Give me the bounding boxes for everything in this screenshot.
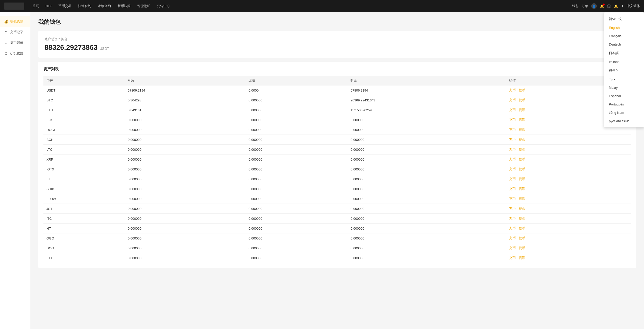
cell-coin-3: EOS bbox=[43, 115, 125, 125]
nav-trade[interactable]: 钱包 bbox=[572, 4, 579, 8]
lang-option-de[interactable]: Deutsch bbox=[604, 40, 644, 49]
deposit-btn-0[interactable]: 充币 bbox=[509, 88, 516, 92]
cell-action-14: 充币 提币 bbox=[506, 224, 631, 233]
summary-amount: 88326.29273863 USDT bbox=[44, 43, 630, 52]
summary-card: 账户总资产折合 88326.29273863 USDT bbox=[38, 31, 636, 58]
deposit-btn-10[interactable]: 充币 bbox=[509, 187, 516, 191]
sidebar-item-deposit-record[interactable]: ⊙ 充币记录 bbox=[0, 27, 30, 37]
withdraw-btn-1[interactable]: 提币 bbox=[519, 98, 525, 102]
nav-item-mining[interactable]: 智能挖矿 bbox=[134, 2, 153, 10]
withdraw-btn-0[interactable]: 提币 bbox=[519, 88, 525, 92]
cell-frozen-7: 0.000000 bbox=[245, 155, 348, 164]
withdraw-btn-16[interactable]: 提币 bbox=[519, 246, 525, 250]
cell-available-1: 0.304293 bbox=[125, 95, 246, 105]
nav-item-announcement[interactable]: 公告中心 bbox=[154, 2, 173, 10]
cell-coin-14: HT bbox=[43, 224, 125, 233]
withdraw-btn-14[interactable]: 提币 bbox=[519, 226, 525, 230]
cell-frozen-5: 0.000000 bbox=[245, 135, 348, 145]
deposit-btn-16[interactable]: 充币 bbox=[509, 246, 516, 250]
deposit-btn-12[interactable]: 充币 bbox=[509, 207, 516, 210]
cell-available-3: 0.000000 bbox=[125, 115, 246, 125]
deposit-btn-2[interactable]: 充币 bbox=[509, 108, 516, 112]
deposit-btn-7[interactable]: 充币 bbox=[509, 157, 516, 161]
withdraw-btn-15[interactable]: 提币 bbox=[519, 236, 525, 240]
nav-item-home[interactable]: 首页 bbox=[29, 2, 42, 10]
cell-available-17: 0.000000 bbox=[125, 253, 246, 263]
table-row: EOS 0.000000 0.000000 0.000000 充币 提币 bbox=[43, 115, 631, 125]
cell-action-9: 充币 提币 bbox=[506, 174, 631, 184]
lang-option-fr[interactable]: Français bbox=[604, 32, 644, 40]
deposit-btn-8[interactable]: 充币 bbox=[509, 167, 516, 171]
withdraw-btn-10[interactable]: 提币 bbox=[519, 187, 525, 191]
deposit-btn-15[interactable]: 充币 bbox=[509, 236, 516, 240]
withdraw-btn-17[interactable]: 提币 bbox=[519, 256, 525, 260]
lang-option-zh-cn[interactable]: 简体中文 bbox=[604, 14, 644, 24]
bell-icon[interactable]: 🔔 bbox=[600, 4, 604, 8]
lang-option-en[interactable]: English bbox=[604, 24, 644, 32]
deposit-btn-17[interactable]: 充币 bbox=[509, 256, 516, 260]
withdraw-btn-8[interactable]: 提币 bbox=[519, 167, 525, 171]
table-row: DOG 0.000000 0.000000 0.000000 充币 提币 bbox=[43, 243, 631, 253]
withdraw-btn-11[interactable]: 提币 bbox=[519, 197, 525, 201]
sidebar-item-withdraw-record[interactable]: ⊙ 提币记录 bbox=[0, 37, 30, 48]
cell-action-15: 充币 提币 bbox=[506, 233, 631, 243]
deposit-btn-5[interactable]: 充币 bbox=[509, 138, 516, 141]
cell-equivalent-7: 0.000000 bbox=[348, 155, 506, 164]
cell-equivalent-2: 152.50676259 bbox=[348, 105, 506, 115]
headphone-icon[interactable]: 🎧 bbox=[607, 4, 611, 8]
nav-item-nft[interactable]: NFT bbox=[42, 3, 55, 10]
table-row: FIL 0.000000 0.000000 0.000000 充币 提币 bbox=[43, 174, 631, 184]
lang-option-es[interactable]: Español bbox=[604, 92, 644, 100]
sidebar-item-wallet-overview[interactable]: 💰 钱包总览 bbox=[0, 16, 30, 27]
sidebar-icon-withdraw-record: ⊙ bbox=[4, 41, 8, 45]
notification-icon[interactable]: 🔔 bbox=[614, 4, 618, 8]
cell-coin-9: FIL bbox=[43, 174, 125, 184]
withdraw-btn-12[interactable]: 提币 bbox=[519, 207, 525, 210]
lang-option-ko[interactable]: 한국어 bbox=[604, 66, 644, 75]
deposit-btn-9[interactable]: 充币 bbox=[509, 177, 516, 181]
lang-option-ja[interactable]: 日本語 bbox=[604, 49, 644, 58]
cell-coin-4: DOGE bbox=[43, 125, 125, 135]
lang-option-vi[interactable]: tiếng Nam bbox=[604, 108, 644, 117]
lang-option-pt[interactable]: Português bbox=[604, 100, 644, 108]
withdraw-btn-3[interactable]: 提币 bbox=[519, 118, 525, 122]
withdraw-btn-13[interactable]: 提币 bbox=[519, 216, 525, 220]
deposit-btn-14[interactable]: 充币 bbox=[509, 226, 516, 230]
nav-item-spot[interactable]: 币币交易 bbox=[55, 2, 75, 10]
withdraw-btn-6[interactable]: 提币 bbox=[519, 147, 525, 151]
logo[interactable] bbox=[4, 3, 24, 10]
deposit-btn-6[interactable]: 充币 bbox=[509, 147, 516, 151]
cell-available-12: 0.000000 bbox=[125, 204, 246, 214]
deposit-btn-1[interactable]: 充币 bbox=[509, 98, 516, 102]
table-row: FLOW 0.000000 0.000000 0.000000 充币 提币 bbox=[43, 194, 631, 204]
deposit-btn-13[interactable]: 充币 bbox=[509, 216, 516, 220]
lang-option-ru[interactable]: русский язык bbox=[604, 117, 644, 125]
cell-frozen-17: 0.000000 bbox=[245, 253, 348, 263]
lang-option-ms[interactable]: Malay bbox=[604, 83, 644, 92]
cell-equivalent-0: 67806.2194 bbox=[348, 85, 506, 95]
lang-option-it[interactable]: Italiano bbox=[604, 58, 644, 66]
page-title: 我的钱包 bbox=[38, 18, 636, 26]
withdraw-btn-9[interactable]: 提币 bbox=[519, 177, 525, 181]
withdraw-btn-5[interactable]: 提币 bbox=[519, 138, 525, 141]
deposit-btn-3[interactable]: 充币 bbox=[509, 118, 516, 122]
sidebar-item-mining-income[interactable]: ⊙ 矿机收益 bbox=[0, 48, 30, 59]
nav-item-quick-contract[interactable]: 快速合约 bbox=[75, 2, 94, 10]
cell-action-6: 充币 提币 bbox=[506, 145, 631, 155]
deposit-btn-11[interactable]: 充币 bbox=[509, 197, 516, 201]
nav-item-perpetual[interactable]: 永续合约 bbox=[95, 2, 114, 10]
cell-frozen-12: 0.000000 bbox=[245, 204, 348, 214]
nav-item-ipo[interactable]: 新币认购 bbox=[114, 2, 134, 10]
cell-action-13: 充币 提币 bbox=[506, 214, 631, 224]
lang-option-tr[interactable]: Turk bbox=[604, 75, 644, 83]
withdraw-btn-4[interactable]: 提币 bbox=[519, 128, 525, 131]
cell-coin-1: BTC bbox=[43, 95, 125, 105]
withdraw-btn-7[interactable]: 提币 bbox=[519, 157, 525, 161]
withdraw-btn-2[interactable]: 提币 bbox=[519, 108, 525, 112]
sidebar-label-deposit-record: 充币记录 bbox=[10, 30, 23, 34]
language-button[interactable]: 中文简体 bbox=[627, 4, 640, 8]
download-icon[interactable]: ⬇ bbox=[621, 4, 624, 8]
nav-orders[interactable]: 订单 bbox=[582, 4, 588, 8]
user-icon[interactable]: 👤 bbox=[591, 3, 597, 9]
deposit-btn-4[interactable]: 充币 bbox=[509, 128, 516, 131]
